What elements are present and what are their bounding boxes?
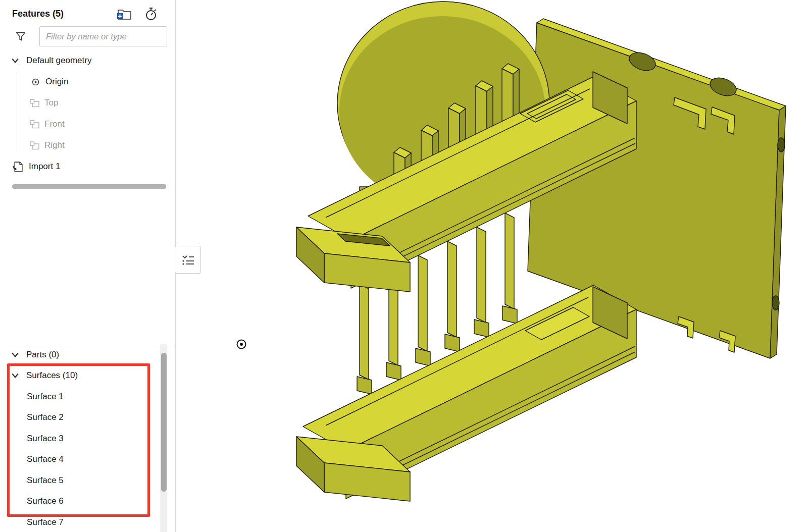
- rib-foot[interactable]: [502, 306, 517, 324]
- chevron-down-icon[interactable]: [11, 351, 19, 359]
- tree-item-label: Top: [44, 98, 58, 108]
- features-panel: Features (5): [0, 0, 175, 344]
- imported-part-model[interactable]: [296, 2, 786, 501]
- features-toolbar: [117, 7, 157, 21]
- feature-tree: Default geometry Origin Top: [0, 50, 175, 177]
- tree-item-label: Origin: [45, 77, 68, 87]
- features-panel-title: Features (5): [12, 9, 117, 19]
- parts-panel: Parts (0) Surfaces (10) Surface 1 Surfac…: [0, 344, 175, 532]
- tree-item-label: Import 1: [29, 162, 60, 172]
- filter-row: [0, 26, 175, 47]
- surface-item-label: Surface 6: [27, 496, 64, 506]
- rollback-bar[interactable]: [12, 184, 166, 189]
- folder-plus-icon[interactable]: [117, 8, 132, 20]
- feature-list-toggle[interactable]: [175, 246, 201, 274]
- rib-foot[interactable]: [416, 348, 430, 366]
- surface-item[interactable]: Surface 4: [0, 449, 175, 470]
- surface-item-label: Surface 1: [27, 392, 64, 402]
- parts-scrollbar-thumb[interactable]: [161, 353, 167, 492]
- rib-foot[interactable]: [386, 362, 401, 380]
- import-arrow-icon: [12, 161, 24, 173]
- surfaces-header-row[interactable]: Surfaces (10): [0, 365, 175, 387]
- tree-item-label: Right: [44, 140, 65, 150]
- surface-item-label: Surface 3: [27, 434, 64, 444]
- tree-guide-line: [17, 72, 17, 152]
- list-outline-icon: [181, 253, 195, 267]
- surface-item[interactable]: Surface 3: [0, 428, 175, 449]
- surface-item[interactable]: Surface 6: [0, 491, 175, 512]
- parts-header-row[interactable]: Parts (0): [0, 344, 175, 365]
- rib-foot[interactable]: [445, 334, 460, 352]
- tree-item-import-1[interactable]: Import 1: [0, 156, 175, 177]
- features-header: Features (5): [0, 0, 175, 21]
- plate-side-hole[interactable]: [778, 138, 785, 152]
- plane-icon: [29, 141, 40, 150]
- rib[interactable]: [447, 241, 457, 337]
- plate-side-hole[interactable]: [772, 296, 779, 310]
- tree-item-top-plane[interactable]: Top: [0, 92, 175, 114]
- funnel-icon[interactable]: [15, 31, 26, 42]
- surface-item-label: Surface 2: [27, 412, 64, 422]
- surface-item-label: Surface 5: [27, 475, 64, 486]
- part-studio-window: Features (5): [0, 0, 808, 532]
- surface-item[interactable]: Surface 1: [0, 386, 175, 407]
- chevron-down-icon[interactable]: [11, 371, 19, 380]
- stopwatch-icon[interactable]: [145, 7, 157, 21]
- rib[interactable]: [418, 255, 427, 351]
- tree-item-right-plane[interactable]: Right: [0, 135, 175, 156]
- surface-item-label: Surface 7: [27, 517, 64, 527]
- surface-item[interactable]: Surface 7: [0, 512, 175, 532]
- parts-scrollbar-track[interactable]: [160, 344, 167, 532]
- tree-item-origin[interactable]: Origin: [0, 71, 175, 92]
- surfaces-header-label: Surfaces (10): [26, 370, 78, 381]
- surface-item-label: Surface 4: [27, 454, 64, 464]
- plane-icon: [29, 120, 40, 129]
- tree-item-label: Front: [44, 119, 65, 129]
- rib[interactable]: [477, 227, 486, 323]
- origin-marker[interactable]: [237, 340, 246, 349]
- circle-dot-icon: [31, 78, 40, 86]
- tree-item-front-plane[interactable]: Front: [0, 114, 175, 135]
- chevron-down-icon[interactable]: [11, 57, 19, 65]
- feature-tree-sidebar: Features (5): [0, 0, 176, 532]
- rib-foot[interactable]: [474, 320, 489, 337]
- rib[interactable]: [360, 284, 369, 380]
- parts-header-label: Parts (0): [26, 350, 59, 360]
- surface-item[interactable]: Surface 5: [0, 470, 175, 491]
- bottom-arm[interactable]: [296, 285, 636, 501]
- rib-foot[interactable]: [357, 377, 372, 394]
- filter-input[interactable]: [39, 26, 167, 46]
- rib[interactable]: [505, 213, 514, 309]
- tree-item-default-geometry[interactable]: Default geometry: [0, 50, 175, 71]
- plane-icon: [29, 98, 40, 108]
- surface-item[interactable]: Surface 2: [0, 407, 175, 429]
- tree-item-label: Default geometry: [26, 56, 91, 66]
